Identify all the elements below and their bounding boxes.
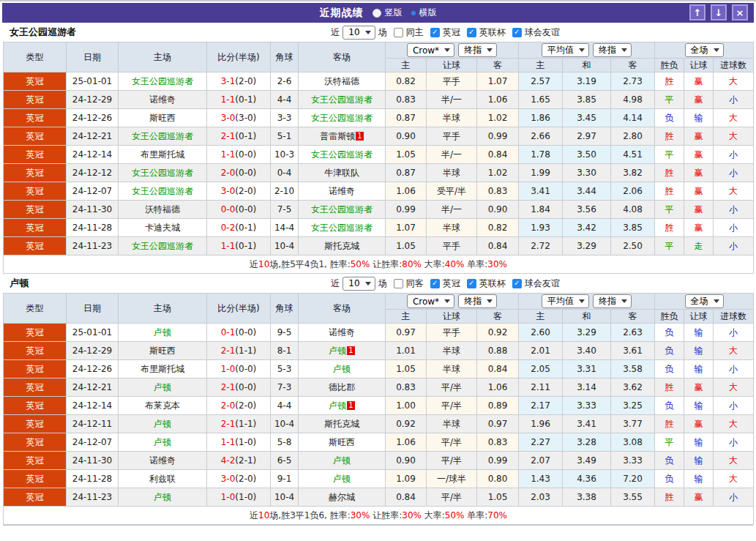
sub-header-odds-home: 主	[386, 59, 427, 72]
away-team-cell: 卢顿	[299, 452, 386, 470]
home-team-cell: 卢顿	[119, 433, 207, 452]
move-up-button[interactable]: ↑	[689, 4, 706, 20]
odds-away: 0.80	[477, 470, 519, 488]
odds-final-select[interactable]: 终指	[458, 294, 497, 308]
match-date: 24-11-23	[67, 237, 119, 255]
odds-handicap-line: 半球	[427, 415, 477, 433]
chevron-down-icon	[444, 48, 450, 52]
recent-count-select[interactable]: 10	[343, 26, 375, 40]
score-cell: 1-1(0-0)	[207, 146, 271, 164]
match-row: 英冠24-12-07女王公园巡游者3-0(2-0)2-10诺维奇1.06受平/半…	[4, 182, 754, 201]
odds-away: 0.83	[477, 433, 519, 452]
league-checkbox-friendly[interactable]: ✓	[512, 28, 522, 37]
odds-handicap-line: 半球	[427, 109, 477, 127]
league-checkbox-championship[interactable]: ✓	[430, 28, 440, 37]
halftime-score: (2-1)	[235, 455, 256, 466]
scope-select[interactable]: 全场	[685, 43, 724, 57]
odds-home: 1.05	[386, 360, 427, 378]
league-badge: 英冠	[4, 397, 67, 415]
same-home-label: 同主	[406, 26, 424, 39]
col-header-away: 客场	[299, 42, 386, 72]
halftime-score: (0-1)	[235, 241, 256, 251]
score-cell: 2-1(0-1)	[207, 127, 271, 146]
result-handicap: 赢	[684, 164, 714, 182]
avg-final-select[interactable]: 终指	[593, 43, 632, 57]
same-home-checkbox[interactable]	[394, 28, 403, 37]
result-handicap: 输	[684, 397, 714, 415]
home-team-cell: 布里斯托城	[119, 146, 207, 164]
radio-horizontal-icon[interactable]	[411, 11, 416, 15]
away-team-cell: 诺维奇	[299, 182, 386, 201]
away-team-cell: 女王公园巡游者	[299, 91, 386, 109]
result-handicap: 赢	[684, 146, 714, 164]
halftime-score: (0-0)	[235, 327, 256, 337]
fulltime-score: 2-0	[221, 168, 236, 178]
scope-select[interactable]: 全场	[685, 294, 724, 308]
avg-draw: 2.97	[563, 127, 611, 146]
result-goals: 小	[714, 433, 754, 452]
avg-final-select[interactable]: 终指	[593, 294, 632, 308]
odds-final-select[interactable]: 终指	[458, 43, 497, 57]
recent-count-select[interactable]: 10	[343, 277, 375, 291]
odds-away: 0.84	[477, 360, 519, 378]
home-team-cell: 利兹联	[119, 470, 207, 488]
home-team-cell: 卡迪夫城	[119, 219, 207, 237]
layout-radio-vertical[interactable]: 竖版	[373, 7, 403, 19]
near-label: 近	[331, 26, 340, 39]
team-name: 卢顿	[10, 274, 29, 293]
avg-home: 1.78	[519, 146, 563, 164]
avg-draw: 3.29	[563, 237, 611, 255]
results-table: 类型 日期 主场 比分(半场) 角球 客场 Crow* 终指 平均值	[3, 42, 754, 274]
result-handicap: 赢	[684, 91, 714, 109]
avg-home: 2.66	[519, 127, 563, 146]
match-row: 英冠25-01-01卢顿0-1(0-0)9-5诺维奇0.97平手0.922.60…	[4, 324, 754, 342]
avg-select[interactable]: 平均值	[542, 43, 589, 57]
layout-radio-horizontal[interactable]: 横版	[411, 7, 437, 19]
avg-away: 4.98	[611, 91, 655, 109]
odds-handicap-line: 半球	[427, 360, 477, 378]
odds-away: 0.99	[477, 452, 519, 470]
score-cell: 3-1(2-0)	[207, 72, 271, 91]
league-checkbox-efl-cup[interactable]: ✓	[467, 28, 476, 37]
avg-draw: 3.38	[563, 488, 611, 507]
odds-away: 0.88	[477, 342, 519, 360]
league-checkbox-championship[interactable]: ✓	[430, 279, 440, 288]
close-button[interactable]: ×	[732, 4, 748, 20]
odds-home: 1.06	[386, 182, 427, 201]
fulltime-score: 4-2	[221, 455, 236, 466]
avg-select[interactable]: 平均值	[542, 294, 589, 308]
match-date: 24-12-26	[67, 360, 119, 378]
col-header-score: 比分(半场)	[207, 294, 271, 324]
corner-cell: 3-3	[271, 109, 299, 127]
radio-vertical-icon[interactable]	[373, 9, 381, 18]
result-goals: 小	[714, 219, 754, 237]
away-team-cell: 卢顿	[299, 470, 386, 488]
titlebar: 近期战绩 竖版 横版 ↑ ↓ ×	[2, 3, 754, 23]
odds-away: 1.07	[477, 72, 519, 91]
league-checkbox-efl-cup[interactable]: ✓	[467, 279, 476, 288]
league-badge: 英冠	[4, 219, 67, 237]
away-team-cell: 赫尔城	[299, 488, 386, 507]
home-team-cell: 女王公园巡游者	[119, 237, 207, 255]
away-team-name: 赫尔城	[329, 492, 355, 502]
odds-home: 1.05	[386, 146, 427, 164]
same-away-checkbox[interactable]	[394, 279, 403, 288]
fulltime-score: 3-0	[221, 474, 236, 484]
odds-away: 0.84	[477, 146, 519, 164]
fulltime-score: 1-1	[221, 241, 236, 251]
odds-company-select[interactable]: Crow*	[407, 294, 454, 308]
corner-cell: 5-3	[271, 360, 299, 378]
halftime-score: (1-1)	[235, 419, 256, 429]
result-wdl: 胜	[655, 488, 684, 507]
league-checkbox-friendly[interactable]: ✓	[512, 279, 522, 288]
home-team-name: 卢顿	[154, 382, 171, 392]
avg-draw: 3.49	[563, 452, 611, 470]
odds-company-select[interactable]: Crow*	[407, 43, 454, 57]
move-down-button[interactable]: ↓	[711, 4, 727, 20]
result-goals: 大	[714, 109, 754, 127]
away-team-cell: 斯旺西	[299, 433, 386, 452]
league-label-friendly: 球会友谊	[525, 277, 560, 290]
odds-home: 0.87	[386, 164, 427, 182]
section-header: 女王公园巡游者 近 10 场 同主 ✓ 英冠 ✓ 英联杯 ✓ 球会友谊	[3, 23, 753, 42]
match-row: 英冠24-11-28利兹联3-0(2-0)9-1卢顿1.09一/球半0.801.…	[4, 470, 754, 488]
